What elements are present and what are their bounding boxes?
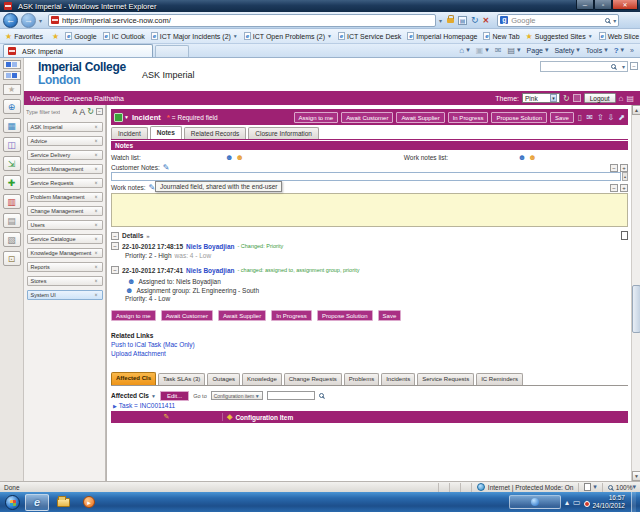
tab-ic-reminders[interactable]: IC Reminders <box>476 373 523 385</box>
list-breadcrumb[interactable]: ▶ Task = INC0011411 <box>113 402 175 409</box>
close-button[interactable]: ✕ <box>612 0 638 10</box>
propose-solution-button[interactable]: Propose Solution <box>491 112 547 123</box>
read-mail-button[interactable]: ✉ <box>495 46 502 55</box>
refresh-navigator-icon[interactable]: ↻ <box>87 107 94 116</box>
back-button[interactable]: ← <box>3 13 18 28</box>
push-to-ical-link[interactable]: Push to iCal Task (Mac Only) <box>111 341 195 348</box>
font-larger-icon[interactable]: A <box>79 107 85 117</box>
favorite-link-ic-outlook[interactable]: eIC Outlook <box>103 32 145 40</box>
incident-record-icon[interactable] <box>114 113 123 122</box>
zoom-magnifier-icon[interactable] <box>608 485 613 490</box>
sidebar-item-system-ui[interactable]: System UI» <box>27 290 103 300</box>
tab-incident[interactable]: Incident <box>111 127 148 139</box>
logout-button[interactable]: Logout <box>584 93 616 103</box>
collapse-entry-icon[interactable]: − <box>111 266 119 274</box>
tray-app-button[interactable] <box>509 495 561 509</box>
print-button[interactable]: ▤▾ <box>508 46 521 55</box>
work-notes-textarea[interactable] <box>111 193 628 227</box>
collapse-field-icon[interactable]: − <box>610 164 618 172</box>
tab-incidents[interactable]: Incidents <box>381 373 415 385</box>
tab-affected-cis[interactable]: Affected CIs <box>111 372 156 385</box>
edit-column-icon[interactable]: ✎ <box>111 413 223 421</box>
add-icon[interactable]: ✚ <box>3 175 21 190</box>
save-button[interactable]: Save <box>550 112 574 123</box>
zoom-caret-icon[interactable]: ▾ <box>632 483 636 491</box>
record-menu-caret-icon[interactable]: ▼ <box>124 114 129 120</box>
configuration-item-column[interactable]: ◈ Configuration Item <box>223 413 628 421</box>
field-scroll-icon[interactable]: ▴ <box>622 172 628 181</box>
favorite-link-ict-open-problems[interactable]: eICT Open Problems (2)▼ <box>244 32 332 40</box>
scroll-up-icon[interactable]: ⇧ <box>597 113 604 122</box>
layout-toggle-button-1[interactable] <box>3 60 21 69</box>
globe-icon[interactable]: ⊕ <box>3 99 21 114</box>
theme-select[interactable]: Pink ▾ <box>522 93 560 103</box>
feeds-button[interactable]: ▣▾ <box>476 46 489 55</box>
minimize-button[interactable]: ─ <box>576 0 594 10</box>
tab-task-slas[interactable]: Task SLAs (3) <box>158 373 205 385</box>
upload-attachment-link[interactable]: Upload Attachment <box>111 350 166 357</box>
network-icon[interactable]: ▭ <box>573 498 581 507</box>
preview-icon[interactable]: ▦ <box>3 118 21 133</box>
favorite-link-google[interactable]: eGoogle <box>65 32 97 40</box>
scroll-down-arrow[interactable]: ▼ <box>632 471 640 481</box>
search-magnifier-icon[interactable] <box>605 18 610 23</box>
expand-field-icon[interactable]: + <box>620 184 628 192</box>
compatibility-view-icon[interactable]: ▤ <box>458 16 467 25</box>
sidebar-item-service-requests[interactable]: Service Requests» <box>27 178 103 188</box>
bookmark-flyout-button[interactable]: ★ <box>3 84 21 95</box>
home-icon[interactable]: ⌂ <box>619 94 624 103</box>
show-desktop-button[interactable] <box>631 492 636 512</box>
font-smaller-icon[interactable]: A <box>73 108 78 115</box>
goto-select[interactable]: Configuration item ▼ <box>211 391 263 400</box>
refresh-theme-icon[interactable]: ↻ <box>563 94 570 103</box>
in-progress-button[interactable]: In Progress <box>271 310 312 321</box>
tab-change-requests[interactable]: Change Requests <box>284 373 342 385</box>
list-title[interactable]: Affected CIs ▼ <box>111 392 156 399</box>
navigator-filter-input[interactable] <box>26 107 60 116</box>
taskbar-clock[interactable]: 16:57 24/10/2012 <box>592 494 625 511</box>
favorite-link-suggested-sites[interactable]: ★Suggested Sites▼ <box>526 32 593 41</box>
browser-tab-ask-imperial[interactable]: ASK Imperial <box>3 44 153 57</box>
url-text[interactable]: https://imperial.service-now.com/ <box>62 16 171 25</box>
url-dropdown-icon[interactable]: ▾ <box>439 17 442 24</box>
layout-toggle-button-2[interactable] <box>3 71 21 80</box>
customer-notes-input[interactable] <box>111 172 621 181</box>
toggle-icon[interactable] <box>573 94 581 102</box>
stop-icon[interactable]: ✕ <box>483 16 490 25</box>
forward-button[interactable]: → <box>21 13 36 28</box>
popout-icon[interactable] <box>621 231 628 240</box>
collapse-entry-icon[interactable]: − <box>111 242 119 250</box>
add-user-icon[interactable]: ☻ <box>528 153 536 162</box>
await-customer-button[interactable]: Await Customer <box>161 310 213 321</box>
add-favorite-icon[interactable]: ★ <box>52 32 59 41</box>
mobile-icon[interactable]: ▯ <box>578 113 582 122</box>
collapse-navigator-icon[interactable]: − <box>96 108 103 115</box>
scroll-up-arrow[interactable]: ▲ <box>632 105 640 115</box>
taskbar-ie-button[interactable]: e <box>25 494 49 511</box>
entry-user-link[interactable]: Niels Boyadjian <box>186 267 234 274</box>
await-supplier-button[interactable]: Await Supplier <box>218 310 266 321</box>
search-box[interactable]: g Google ▾ <box>497 14 619 27</box>
sidebar-item-problem-management[interactable]: Problem Management» <box>27 192 103 202</box>
collapse-details-icon[interactable]: − <box>111 232 119 240</box>
expand-field-icon[interactable]: + <box>620 164 628 172</box>
favorite-link-new-tab[interactable]: eNew Tab <box>483 32 519 40</box>
help-button[interactable]: ?▾ <box>614 46 624 55</box>
tab-outages[interactable]: Outages <box>207 373 240 385</box>
tab-notes[interactable]: Notes <box>150 126 182 139</box>
favorite-link-ict-major-incidents[interactable]: eICT Major Incidents (2)▼ <box>151 32 238 40</box>
propose-solution-button[interactable]: Propose Solution <box>317 310 373 321</box>
await-customer-button[interactable]: Await Customer <box>341 112 393 123</box>
taskbar-explorer-button[interactable] <box>51 494 75 511</box>
sidebar-item-change-management[interactable]: Change Management» <box>27 206 103 216</box>
tab-related-records[interactable]: Related Records <box>184 127 246 139</box>
history-caret-icon[interactable]: ▾ <box>39 17 42 24</box>
sidebar-item-service-catalogue[interactable]: Service Catalogue» <box>27 234 103 244</box>
document-icon[interactable]: ▤ <box>3 213 21 228</box>
home-button[interactable]: ⌂▾ <box>459 46 469 55</box>
printer-icon[interactable]: ▤ <box>626 94 634 103</box>
workflow-icon[interactable]: ◫ <box>3 137 21 152</box>
favorite-link-ict-service-desk[interactable]: eICT Service Desk <box>338 32 401 40</box>
compatibility-page-icon[interactable] <box>584 483 591 491</box>
list-search-input[interactable] <box>267 391 315 400</box>
